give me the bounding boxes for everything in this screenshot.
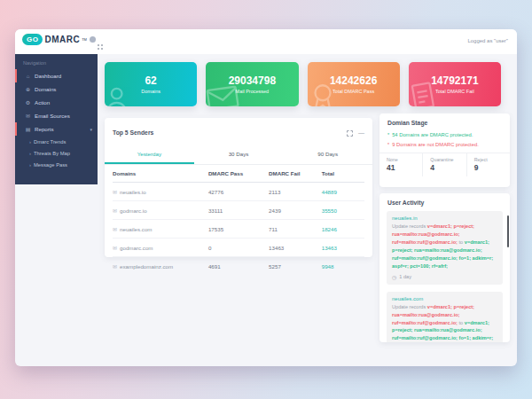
col-header-domains: Domains (113, 165, 208, 182)
sidebar-item-email-sources[interactable]: ✉ Email Sources (15, 109, 98, 122)
domain-link[interactable]: exampledomainz.com (120, 263, 173, 270)
stat-none: None 41 (379, 153, 422, 176)
policy-stats-row: None 41 Quarantine 4 Reject 9 (379, 153, 510, 176)
fail-value: 5257 (269, 257, 322, 275)
clock-icon: ◷ (392, 274, 396, 280)
pass-value: 33111 (208, 201, 269, 219)
stat-value: 14792171 (431, 74, 478, 87)
envelope-icon: ✉ (113, 263, 117, 270)
user-activity-panel: User Activity neuailes.in Update records… (379, 193, 510, 342)
stat-value: 4 (430, 163, 458, 172)
email-sources-icon: ✉ (25, 113, 31, 119)
total-value[interactable]: 13463 (322, 239, 364, 256)
sidebar-subitem-message-pass[interactable]: › Message Pass (15, 159, 98, 170)
protected-status-line: *54 Domains are DMARC protected. (379, 129, 510, 139)
activity-text: Update records v=dmarc1; p=reject; rua=m… (392, 223, 497, 270)
action-icon: ⚙ (25, 99, 31, 106)
domain-link[interactable]: godmarc.com (120, 245, 153, 251)
tab-30-days[interactable]: 30 Days (194, 146, 284, 164)
expand-icon[interactable] (347, 124, 353, 140)
status-mark-icon: * (387, 142, 389, 147)
activity-domain-link[interactable]: neuailes.in (392, 215, 497, 221)
total-value[interactable]: 18246 (322, 220, 364, 238)
sidebar-item-dashboard[interactable]: ⌂ Dashboard (15, 69, 98, 82)
user-icon (105, 83, 137, 106)
chevron-right-icon: › (29, 162, 31, 168)
sidebar-item-action[interactable]: ⚙ Action (15, 96, 98, 109)
pass-value: 4691 (208, 257, 269, 275)
stat-card-domains[interactable]: 62 Domains (105, 62, 197, 106)
senders-table: Domains DMARC Pass DMARC Fail Total ✉neu… (105, 165, 372, 275)
chevron-down-icon: ▾ (90, 127, 92, 132)
logged-in-user-label[interactable]: Logged as "user" (467, 38, 508, 43)
activity-item: neuailes.in Update records v=dmarc1; p=r… (387, 211, 503, 285)
sidebar-item-label: Dashboard (35, 73, 61, 79)
stat-value: 41 (387, 163, 415, 172)
sidebar-item-label: Action (35, 99, 50, 106)
logo-text: DMARC (44, 35, 80, 44)
fail-value: 2113 (269, 183, 322, 200)
pass-value: 17535 (208, 220, 269, 238)
stat-label: Total DMARC Pass (332, 89, 374, 94)
envelope-icon: ✉ (113, 207, 117, 214)
award-icon (308, 82, 338, 106)
table-row: ✉neuailes.com 17535 711 18246 (113, 220, 364, 239)
domain-link[interactable]: godmarc.io (120, 207, 147, 214)
sidebar-subitem-dmarc-trends[interactable]: › Dmarc Trends (15, 136, 98, 147)
menu-grid-icon[interactable] (97, 38, 104, 54)
stat-card-dmarc-fail[interactable]: 14792171 Total DMARC Fail (409, 62, 501, 106)
total-value[interactable]: 44889 (322, 183, 364, 200)
table-header-row: Domains DMARC Pass DMARC Fail Total (113, 165, 364, 183)
total-value[interactable]: 9948 (322, 257, 364, 275)
stat-value: 9 (474, 163, 503, 172)
sidebar-item-label: Domains (35, 86, 56, 92)
total-value[interactable]: 35550 (322, 201, 364, 219)
stat-label: Domains (141, 89, 160, 94)
domain-stage-panel: Domian Stage *54 Domains are DMARC prote… (379, 113, 510, 187)
app-window: GO DMARC TM Logged as "user" Navigation … (15, 29, 517, 366)
stat-cards-row: 62 Domains 29034798 Mail Processed 14242… (105, 62, 501, 106)
senders-tabs: Yesterday 30 Days 90 Days (105, 146, 372, 165)
envelope-icon: ✉ (113, 226, 117, 232)
sidebar-subitem-label: Message Pass (34, 162, 67, 168)
tab-yesterday[interactable]: Yesterday (105, 146, 194, 164)
panel-title: Domian Stage (379, 113, 510, 129)
collapse-icon[interactable]: — (358, 129, 364, 136)
stat-label: Reject (474, 157, 503, 162)
sidebar-item-domains[interactable]: ⊕ Domains (15, 82, 98, 96)
activity-text: Update records v=dmarc1; p=reject; rua=m… (392, 303, 497, 342)
chevron-right-icon: › (29, 139, 31, 145)
col-header-total: Total (322, 165, 364, 182)
status-mark-icon: * (387, 132, 389, 137)
domain-link[interactable]: neuailes.io (120, 189, 146, 195)
table-row: ✉godmarc.com 0 13463 13463 (113, 239, 364, 257)
activity-domain-link[interactable]: neuailes.com (392, 296, 497, 301)
domain-link[interactable]: neuailes.com (120, 226, 152, 232)
panel-title: User Activity (379, 193, 510, 211)
sidebar-item-reports[interactable]: ▤ Reports ▾ (15, 122, 98, 136)
pass-value: 42776 (208, 183, 269, 200)
top-senders-panel: Top 5 Senders — Yesterday 30 Days 90 Day… (105, 118, 372, 257)
top-header: GO DMARC TM Logged as "user" (15, 29, 517, 54)
table-row: ✉godmarc.io 33111 2439 35550 (113, 201, 364, 220)
stat-label: None (387, 157, 415, 162)
dashboard-icon: ⌂ (25, 74, 31, 79)
envelope-icon: ✉ (113, 245, 117, 251)
table-row: ✉exampledomainz.com 4691 5257 9948 (113, 257, 364, 275)
pass-value: 0 (208, 239, 269, 256)
stat-reject: Reject 9 (466, 153, 510, 176)
stat-card-dmarc-pass[interactable]: 14242626 Total DMARC Pass (308, 62, 400, 106)
sidebar-subitem-label: Dmarc Trends (34, 139, 66, 145)
sidebar-subitem-threats-by-map[interactable]: › Threats By Map (15, 147, 98, 159)
panel-title: Top 5 Senders (113, 129, 153, 136)
chevron-right-icon: › (29, 151, 31, 156)
domains-icon: ⊕ (25, 86, 31, 92)
godmarc-logo[interactable]: GO DMARC TM (22, 34, 96, 45)
sidebar-navigation: Navigation ⌂ Dashboard ⊕ Domains ⚙ Actio… (15, 54, 98, 184)
sidebar-item-label: Email Sources (35, 113, 70, 119)
scrollbar[interactable] (507, 215, 510, 247)
stat-card-mail-processed[interactable]: 29034798 Mail Processed (206, 62, 298, 106)
document-icon (409, 82, 437, 106)
fail-value: 13463 (269, 239, 322, 256)
tab-90-days[interactable]: 90 Days (283, 146, 372, 164)
